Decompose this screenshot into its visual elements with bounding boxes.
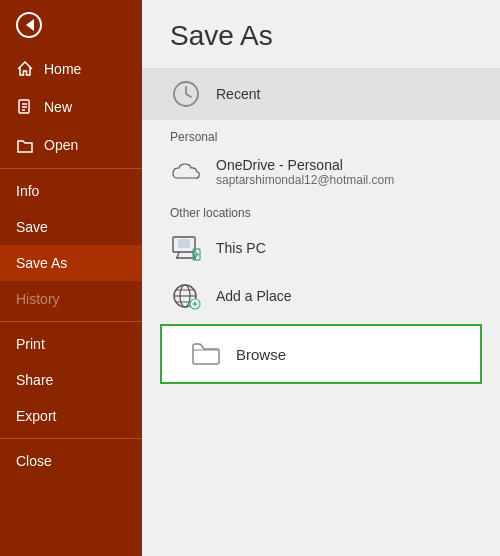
- sidebar-item-close-label: Close: [16, 453, 52, 469]
- sidebar-item-save-label: Save: [16, 219, 48, 235]
- svg-rect-4: [178, 239, 190, 248]
- onedrive-icon: [170, 156, 202, 188]
- add-place-icon: [170, 280, 202, 312]
- sidebar-item-print-label: Print: [16, 336, 45, 352]
- sidebar-divider-3: [0, 438, 142, 439]
- sidebar-item-new[interactable]: New: [0, 88, 142, 126]
- sidebar-item-print[interactable]: Print: [0, 326, 142, 362]
- sidebar-item-share[interactable]: Share: [0, 362, 142, 398]
- cloud-icon: [171, 162, 201, 182]
- recent-icon: [170, 78, 202, 110]
- svg-marker-0: [26, 19, 34, 31]
- sidebar-item-open-label: Open: [44, 137, 78, 153]
- sidebar-divider-1: [0, 168, 142, 169]
- sidebar-item-save-as-label: Save As: [16, 255, 67, 271]
- onedrive-email: saptarshimondal12@hotmail.com: [216, 173, 394, 187]
- sidebar-item-history-label: History: [16, 291, 60, 307]
- main-content: Save As Recent Personal OneDrive - Perso…: [142, 0, 500, 556]
- onedrive-location-item[interactable]: OneDrive - Personal saptarshimondal12@ho…: [142, 148, 500, 196]
- home-icon: [16, 60, 34, 78]
- add-place-label: Add a Place: [216, 288, 292, 304]
- sidebar-item-info[interactable]: Info: [0, 173, 142, 209]
- onedrive-name: OneDrive - Personal: [216, 157, 394, 173]
- sidebar-item-save-as[interactable]: Save As: [0, 245, 142, 281]
- sidebar-item-home-label: Home: [44, 61, 81, 77]
- this-pc-icon: [170, 232, 202, 264]
- open-icon: [16, 136, 34, 154]
- arrow-left-icon: [20, 16, 38, 34]
- personal-section-label: Personal: [142, 120, 500, 148]
- computer-icon: [171, 235, 201, 261]
- recent-label: Recent: [216, 86, 260, 102]
- folder-icon: [190, 340, 222, 368]
- sidebar-item-history: History: [0, 281, 142, 317]
- sidebar-item-info-label: Info: [16, 183, 39, 199]
- page-title: Save As: [142, 0, 500, 68]
- add-place-location-item[interactable]: Add a Place: [142, 272, 500, 320]
- this-pc-label: This PC: [216, 240, 266, 256]
- sidebar-item-share-label: Share: [16, 372, 53, 388]
- sidebar-item-save[interactable]: Save: [0, 209, 142, 245]
- recent-location-item[interactable]: Recent: [142, 68, 500, 120]
- other-locations-label: Other locations: [142, 196, 500, 224]
- new-icon: [16, 98, 34, 116]
- sidebar-item-home[interactable]: Home: [0, 50, 142, 88]
- sidebar-item-open[interactable]: Open: [0, 126, 142, 164]
- sidebar-item-close[interactable]: Close: [0, 443, 142, 479]
- back-button[interactable]: [0, 0, 142, 50]
- sidebar-item-export[interactable]: Export: [0, 398, 142, 434]
- sidebar-item-new-label: New: [44, 99, 72, 115]
- onedrive-info: OneDrive - Personal saptarshimondal12@ho…: [216, 157, 394, 187]
- browse-icon: [190, 338, 222, 370]
- sidebar-item-export-label: Export: [16, 408, 56, 424]
- back-icon: [16, 12, 42, 38]
- globe-plus-icon: [171, 282, 201, 310]
- sidebar-divider-2: [0, 321, 142, 322]
- clock-icon: [172, 80, 200, 108]
- browse-label: Browse: [236, 346, 286, 363]
- browse-location-item[interactable]: Browse: [160, 324, 482, 384]
- this-pc-location-item[interactable]: This PC: [142, 224, 500, 272]
- sidebar: Home New Open Info Save Save As History …: [0, 0, 142, 556]
